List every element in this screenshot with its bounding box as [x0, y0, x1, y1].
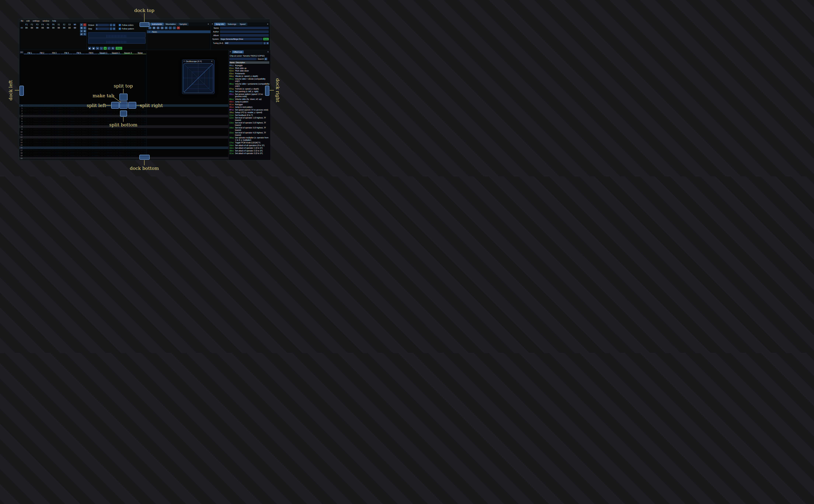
pattern-cell[interactable]: ··· ·· ·· ··· — [109, 134, 122, 135]
channel-header-square-2[interactable]: Square 2 — [109, 51, 122, 54]
pattern-cell[interactable]: ··· ·· ·· ··· — [134, 113, 146, 114]
effect-row[interactable]: 13xxSet level of operator 2 (0 highest, … — [229, 122, 270, 127]
channel-header-fm-6[interactable]: FM 6 — [85, 51, 97, 54]
pattern-cell[interactable]: ··· ·· ·· ··· — [73, 107, 85, 109]
pattern-cell[interactable]: ··· ·· ·· ··· — [73, 113, 85, 114]
pattern-cell[interactable]: ··· ·· ·· ··· — [73, 136, 85, 138]
split-left-target[interactable] — [111, 102, 119, 109]
pattern-cell[interactable]: ··· ·· ·· ··· — [24, 136, 36, 138]
pattern-cell[interactable]: ··· ·· ·· ··· — [24, 110, 36, 112]
instrument-delete-button[interactable]: × — [177, 27, 180, 29]
pattern-cell[interactable]: ··· ·· ·· ··· — [97, 136, 110, 138]
pattern-cell[interactable]: ··· ·· ·· ··· — [85, 128, 97, 130]
pattern-cell[interactable]: ··· ·· ·· ··· — [97, 134, 110, 135]
pattern-cell[interactable]: ··· ·· ·· ··· — [24, 147, 36, 149]
close-icon[interactable]: × — [266, 23, 269, 25]
effect-row[interactable]: 0DxxJump to next pattern — [229, 106, 270, 109]
pattern-cell[interactable]: ··· ·· ·· ··· — [48, 141, 60, 143]
pattern-cell[interactable]: ··· ·· ·· ··· — [60, 141, 73, 143]
effect-row[interactable]: 0CxxRetrigger — [229, 103, 270, 106]
pattern-cell[interactable]: ··· ·· ·· ··· — [109, 157, 122, 159]
song-info-tab-song-info[interactable]: Song Info — [214, 23, 226, 26]
close-icon[interactable]: × — [207, 23, 209, 25]
play-pattern-button[interactable]: ◉ — [92, 47, 95, 50]
instruments-tab-wavetables[interactable]: Wavetables — [164, 23, 177, 26]
menu-file[interactable]: file — [19, 20, 25, 22]
pattern-cell[interactable]: ··· ·· ·· ··· — [73, 126, 85, 128]
instrument-duplicate-button[interactable]: ⊞ — [152, 27, 156, 29]
pattern-cell[interactable]: ··· ·· ·· ··· — [73, 128, 85, 130]
pattern-cell[interactable]: ··· ·· ·· ··· — [97, 120, 110, 122]
pattern-cell[interactable]: ··· ·· ·· ··· — [73, 110, 85, 112]
pattern-cell[interactable]: ··· ·· ·· ··· — [36, 136, 48, 138]
effect-row[interactable]: 08xySet panning (x: left; y: right) — [229, 90, 270, 93]
close-icon[interactable]: × — [267, 51, 269, 53]
pattern-cell[interactable]: ··· ·· ·· ··· — [36, 134, 48, 135]
effect-row[interactable]: 09xxSet groove pattern (speed 1 if no gr… — [229, 93, 270, 98]
pattern-cell[interactable]: ··· ·· ·· ··· — [97, 139, 110, 141]
pattern-cell[interactable]: ··· ·· ·· ··· — [97, 152, 110, 154]
pattern-cell[interactable]: ··· ·· ·· ··· — [36, 126, 48, 128]
pattern-cell[interactable]: ··· ·· ·· ··· — [122, 141, 134, 143]
instruments-tab-samples[interactable]: Samples — [178, 23, 188, 26]
pattern-cell[interactable]: ··· ·· ·· ··· — [85, 113, 97, 114]
orders-header-s3[interactable]: S3 — [67, 23, 72, 26]
channel-header-fm-2[interactable]: FM 2 — [36, 51, 48, 54]
pattern-cell[interactable]: ··· ·· ·· ··· — [24, 105, 36, 106]
instrument-move-down-button[interactable]: ↓ — [173, 27, 176, 29]
pattern-cell[interactable]: ··· ·· ·· ··· — [122, 155, 134, 157]
pattern-cell[interactable]: ··· ·· ·· ··· — [85, 149, 97, 151]
pattern-cell[interactable]: ··· ·· ·· ··· — [134, 144, 146, 146]
pattern-cell[interactable]: ··· ·· ·· ··· — [122, 157, 134, 159]
hamburger-menu-icon[interactable]: ≡ — [264, 58, 267, 60]
instruments-tab-instruments[interactable]: Instruments — [150, 23, 164, 26]
split-top-target[interactable] — [119, 94, 128, 101]
pattern-cell[interactable]: ··· ·· ·· ··· — [48, 105, 60, 106]
pattern-cell[interactable]: ··· ·· ·· ··· — [24, 120, 36, 122]
pattern-cell[interactable]: ··· ·· ·· ··· — [97, 144, 110, 146]
pattern-cell[interactable]: ··· ·· ·· ··· — [48, 107, 60, 109]
order-edit-mode-button[interactable]: ↖ — [83, 33, 86, 36]
collapse-arrow-icon[interactable]: ▼ — [229, 51, 231, 53]
pattern-cell[interactable]: ··· ·· ·· ··· — [122, 149, 134, 151]
pattern-cell[interactable]: ··· ·· ·· ··· — [73, 149, 85, 151]
pattern-cell[interactable]: ··· ·· ·· ··· — [109, 139, 122, 141]
pattern-cell[interactable]: ··· ·· ·· ··· — [109, 152, 122, 154]
pattern-cell[interactable]: ··· ·· ·· ··· — [122, 136, 134, 138]
effect-row[interactable]: 01xxPitch slide up — [229, 67, 270, 70]
oscilloscope-titlebar[interactable]: ▼ Oscilloscope (X-Y) × — [182, 60, 214, 63]
pattern-cell[interactable]: ··· ·· ·· ··· — [60, 152, 73, 154]
pattern-cell[interactable]: ··· ·· ·· ··· — [60, 107, 73, 109]
pattern-cell[interactable]: ··· ·· ·· ··· — [36, 107, 48, 109]
effect-row[interactable]: 15xxSet level of operator 4 (0 highest, … — [229, 132, 270, 137]
pattern-cell[interactable]: ··· ·· ·· ··· — [48, 149, 60, 151]
order-change-all-button[interactable]: ⇄ — [80, 33, 83, 36]
pattern-cell[interactable]: ··· ·· ·· ··· — [109, 141, 122, 143]
pattern-cell[interactable]: ··· ·· ·· ··· — [73, 131, 85, 133]
orders-header-f1[interactable]: F1 — [24, 23, 29, 26]
pattern-cell[interactable]: ··· ·· ·· ··· — [97, 155, 110, 157]
pattern-cell[interactable]: ··· ·· ·· ··· — [24, 115, 36, 117]
pattern-cell[interactable]: ··· ·· ·· ··· — [60, 149, 73, 151]
pattern-cell[interactable]: ··· ·· ·· ··· — [85, 123, 97, 125]
orders-row-index[interactable]: 00 — [20, 27, 24, 29]
pattern-cell[interactable]: ··· ·· ·· ··· — [97, 157, 110, 159]
orders-value-cell[interactable]: 00 — [72, 27, 78, 29]
pattern-cell[interactable]: ··· ·· ·· ··· — [24, 152, 36, 154]
order-move-up-button[interactable]: ∧ — [83, 27, 86, 29]
pattern-cell[interactable]: ··· ·· ·· ··· — [134, 110, 146, 112]
pattern-cell[interactable]: ··· ·· ·· ··· — [97, 110, 110, 112]
pattern-cell[interactable]: ··· ·· ·· ··· — [48, 152, 60, 154]
pattern-cell[interactable]: ··· ·· ·· ··· — [60, 105, 73, 106]
pattern-cell[interactable]: ··· ·· ·· ··· — [97, 115, 110, 117]
orders-value-cell[interactable]: 00 — [34, 27, 40, 29]
pattern-cell[interactable]: ··· ·· ·· ··· — [73, 157, 85, 159]
orders-value-cell[interactable]: 00 — [40, 27, 45, 29]
pattern-cell[interactable]: ··· ·· ·· ··· — [60, 144, 73, 146]
pattern-cell[interactable]: ··· ·· ·· ··· — [85, 120, 97, 122]
pattern-cell[interactable]: ··· ·· ·· ··· — [97, 126, 110, 128]
pattern-cell[interactable]: ··· ·· ·· ··· — [85, 115, 97, 117]
pattern-cell[interactable]: ··· ·· ·· ··· — [97, 123, 110, 125]
pattern-cell[interactable]: ··· ·· ·· ··· — [24, 131, 36, 133]
metronome-button[interactable]: ♩ — [107, 47, 111, 50]
